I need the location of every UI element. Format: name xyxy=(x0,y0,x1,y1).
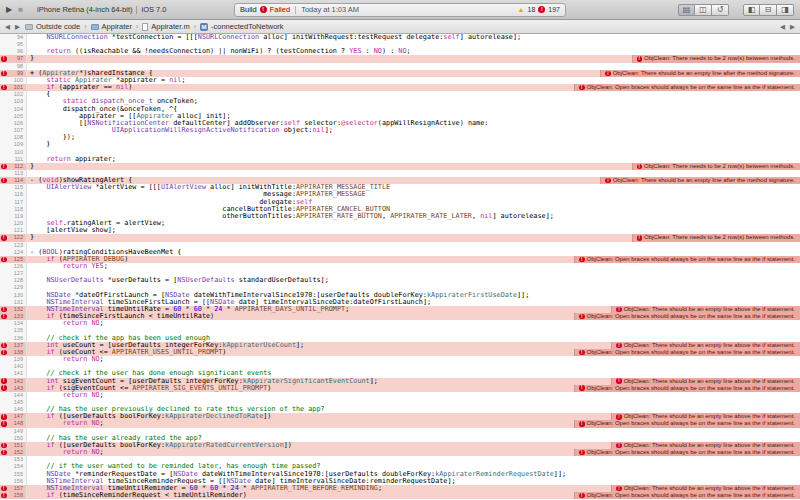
error-badge-icon[interactable]: ! xyxy=(1,443,7,449)
error-badge-icon[interactable]: ! xyxy=(1,257,7,263)
code-line[interactable]: !112}!ObjClean: There needs to be 2 row(… xyxy=(0,163,800,170)
back-button[interactable]: ◀ xyxy=(5,23,10,31)
code-line[interactable]: 145 xyxy=(0,399,800,406)
issue-banner[interactable]: !ObjClean: Open braces should always be … xyxy=(574,256,800,263)
code-line[interactable]: 108 }); xyxy=(0,134,800,141)
code-line[interactable]: 134 return NO; xyxy=(0,320,800,327)
issue-banner[interactable]: !ObjClean: There needs to be 2 row(s) be… xyxy=(632,163,800,170)
code-line[interactable]: 126 return YES; xyxy=(0,263,800,270)
code-line[interactable]: 128 NSUserDefaults *userDefaults = [NSUs… xyxy=(0,277,800,284)
issue-banner[interactable]: !ObjClean: There should be an empty line… xyxy=(611,442,800,449)
code-line[interactable]: 111 return appirater; xyxy=(0,156,800,163)
issue-banner[interactable]: !ObjClean: There should be an empty line… xyxy=(611,378,800,385)
issue-banner[interactable]: !ObjClean: Open braces should always be … xyxy=(574,385,800,392)
warning-count[interactable]: 18 xyxy=(528,6,536,13)
code-line[interactable]: !137 int useCount = [userDefaults intege… xyxy=(0,342,800,349)
code-line[interactable]: 139 return NO; xyxy=(0,356,800,363)
code-line[interactable]: 129 xyxy=(0,284,800,291)
code-line[interactable]: !152 return NO;!ObjClean: Open braces sh… xyxy=(0,449,800,456)
issue-banner[interactable]: !ObjClean: There should be an empty line… xyxy=(611,485,800,492)
code-line[interactable]: !125 if (APPIRATER_DEBUG)!ObjClean: Open… xyxy=(0,256,800,263)
code-line[interactable]: 144 return NO; xyxy=(0,392,800,399)
issue-banner[interactable]: !ObjClean: There should be an empty line… xyxy=(611,342,800,349)
code-line[interactable]: 96 return ((isReachable && !needsConnect… xyxy=(0,48,800,55)
code-line[interactable]: 117 delegate:self xyxy=(0,199,800,206)
breadcrumb-item[interactable]: Appirater xyxy=(91,22,132,31)
code-line[interactable]: 155 NSDate *reminderRequestDate = [NSDat… xyxy=(0,471,800,478)
code-line[interactable]: 107 UIApplicationWillResignActiveNotific… xyxy=(0,127,800,134)
stop-icon[interactable]: ■ xyxy=(18,6,23,14)
error-badge-icon[interactable]: ! xyxy=(1,350,7,356)
code-line[interactable]: 131 NSTimeInterval timeSinceFirstLaunch … xyxy=(0,299,800,306)
issue-banner[interactable]: !ObjClean: There should be an empty line… xyxy=(600,70,800,77)
inspector-toggle-button[interactable]: ◨ xyxy=(777,4,794,16)
error-count[interactable]: 197 xyxy=(548,6,560,13)
error-badge-icon[interactable]: ! xyxy=(1,421,7,427)
previous-issue-button[interactable]: ◀ xyxy=(780,23,785,31)
issue-banner[interactable]: !ObjClean: Open braces should always be … xyxy=(574,492,800,499)
breadcrumb-item[interactable]: M-connectedToNetwork xyxy=(200,22,284,31)
code-line[interactable]: !147 if ([userDefaults boolForKey:kAppir… xyxy=(0,413,800,420)
issue-banner[interactable]: !ObjClean: There should be an empty line… xyxy=(611,306,800,313)
issue-banner[interactable]: !ObjClean: There should be an empty line… xyxy=(600,177,800,184)
code-line[interactable]: 141 // check if the user has done enough… xyxy=(0,370,800,377)
code-line[interactable]: 156 NSTimeInterval timeSinceReminderRequ… xyxy=(0,478,800,485)
standard-editor-button[interactable]: ▤ xyxy=(678,4,695,16)
scheme-selector[interactable]: iPhone Retina (4-inch 64-bit) iOS 7.0 xyxy=(37,5,166,14)
code-line[interactable]: !99+ (Appirater*)sharedInstance {!ObjCle… xyxy=(0,70,800,77)
code-line[interactable]: 95 xyxy=(0,41,800,48)
code-line[interactable]: !151 if ([userDefaults boolForKey:kAppir… xyxy=(0,442,800,449)
code-line[interactable]: 113 xyxy=(0,170,800,177)
code-line[interactable]: 118 cancelButtonTitle:APPIRATER_CANCEL_B… xyxy=(0,206,800,213)
navigator-toggle-button[interactable]: ◧ xyxy=(743,4,760,16)
code-line[interactable]: 100 static Appirater *appirater = nil; xyxy=(0,77,800,84)
code-line[interactable]: 135 xyxy=(0,327,800,334)
issue-banner[interactable]: !ObjClean: Open braces should always be … xyxy=(574,420,800,427)
run-icon[interactable]: ▶ xyxy=(6,6,12,14)
code-line[interactable]: 102 { xyxy=(0,91,800,98)
error-badge-icon[interactable]: ! xyxy=(1,343,7,349)
code-line[interactable]: 116 message:APPIRATER_MESSAGE xyxy=(0,191,800,198)
issue-banner[interactable]: !ObjClean: Open braces should always be … xyxy=(574,313,800,320)
code-line[interactable]: !148 return NO;!ObjClean: Open braces sh… xyxy=(0,420,800,427)
issue-banner[interactable]: !ObjClean: Open braces should always be … xyxy=(574,84,800,91)
code-line[interactable]: 109 } xyxy=(0,141,800,148)
code-line[interactable]: !157 NSTimeInterval timeUntilReminder = … xyxy=(0,485,800,492)
error-badge-icon[interactable]: ! xyxy=(1,56,7,62)
issue-banner[interactable]: !ObjClean: Open braces should always be … xyxy=(574,449,800,456)
issue-banner[interactable]: !ObjClean: There needs to be 2 row(s) be… xyxy=(632,234,800,241)
issue-banner[interactable]: !ObjClean: There should be an empty line… xyxy=(611,413,800,420)
code-line[interactable]: !132 NSTimeInterval timeUntilRate = 60 *… xyxy=(0,306,800,313)
code-line[interactable]: !138 if (useCount <= APPIRATER_USES_UNTI… xyxy=(0,349,800,356)
code-line[interactable]: !143 if (sigEventCount <= APPIRATER_SIG_… xyxy=(0,385,800,392)
code-line[interactable]: 110 xyxy=(0,149,800,156)
error-badge-icon[interactable]: ! xyxy=(1,450,7,456)
issue-banner[interactable]: !ObjClean: There needs to be 2 row(s) be… xyxy=(632,55,800,62)
code-line[interactable]: !133 if (timeSinceFirstLaunch < timeUnti… xyxy=(0,313,800,320)
code-line[interactable]: 123 xyxy=(0,242,800,249)
code-line[interactable]: 153 xyxy=(0,456,800,463)
code-line[interactable]: 103 static dispatch_once_t onceToken; xyxy=(0,98,800,105)
debug-area-toggle-button[interactable]: ⊟ xyxy=(760,4,777,16)
next-issue-button[interactable]: ▶ xyxy=(790,23,795,31)
error-badge-icon[interactable]: ! xyxy=(1,486,7,492)
code-line[interactable]: 130 NSDate *dateOfFirstLaunch = [NSDate … xyxy=(0,292,800,299)
code-line[interactable]: !122}!ObjClean: There needs to be 2 row(… xyxy=(0,234,800,241)
code-line[interactable]: !158 if (timeSinceReminderRequest < time… xyxy=(0,492,800,499)
code-line[interactable]: 124- (BOOL)ratingConditionsHaveBeenMet { xyxy=(0,249,800,256)
error-badge-icon[interactable]: ! xyxy=(1,385,7,391)
code-line[interactable]: !114- (void)showRatingAlert {!ObjClean: … xyxy=(0,177,800,184)
error-badge-icon[interactable]: ! xyxy=(1,314,7,320)
code-line[interactable]: 136 // check if the app has been used en… xyxy=(0,335,800,342)
code-line[interactable]: 121 [alertView show]; xyxy=(0,227,800,234)
error-badge-icon[interactable]: ! xyxy=(1,71,7,77)
code-line[interactable]: !97}!ObjClean: There needs to be 2 row(s… xyxy=(0,55,800,62)
version-editor-button[interactable]: ↺ xyxy=(712,4,729,16)
assistant-editor-button[interactable]: ◫ xyxy=(695,4,712,16)
error-badge-icon[interactable]: ! xyxy=(1,307,7,313)
code-line[interactable]: !101 if (appirater == nil)!ObjClean: Ope… xyxy=(0,84,800,91)
code-line[interactable]: 146 // has the user previously declined … xyxy=(0,406,800,413)
code-line[interactable]: 127 xyxy=(0,270,800,277)
error-badge-icon[interactable]: ! xyxy=(1,164,7,170)
code-line[interactable]: 104 dispatch_once(&onceToken, ^{ xyxy=(0,106,800,113)
